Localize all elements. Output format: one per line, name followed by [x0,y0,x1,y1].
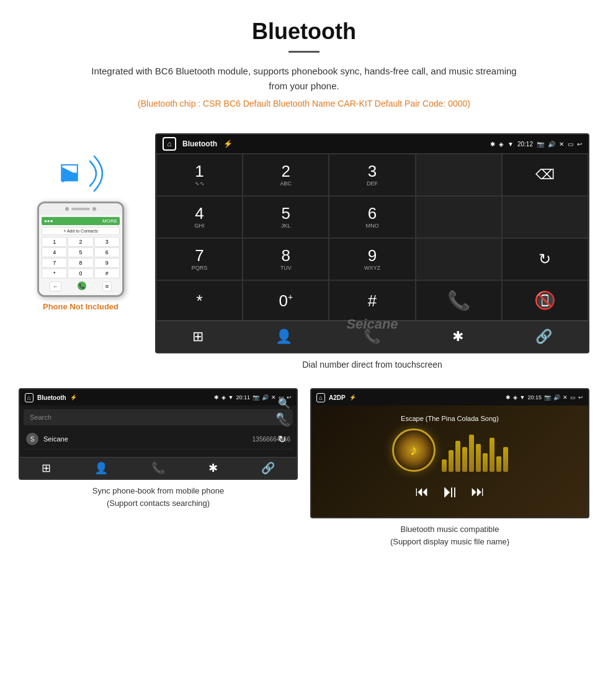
pb-nav-phone[interactable]: 📞 [151,461,165,475]
phone-key-6[interactable]: 6 [94,247,120,257]
phone-green-bar: ●●●MORE [42,217,120,225]
dial-key-3[interactable]: 3 DEF [329,154,415,196]
pb-refresh-btn[interactable]: ↻ [278,433,290,445]
music-controls: ⏮ ⏯ ⏭ [415,481,485,502]
phone-key-2[interactable]: 2 [68,237,93,247]
music-next-btn[interactable]: ⏭ [471,484,485,500]
pb-bt-icon: ✱ [214,394,219,401]
music-song-title: Escape (The Pina Colada Song) [401,415,499,422]
dial-call-red[interactable]: 📵 [502,280,588,321]
phonebook-bottom-nav: ⊞ 👤 📞 ✱ 🔗 [20,457,297,479]
phone-key-3[interactable]: 3 [94,237,120,247]
contact-row-0[interactable]: S Seicane 13566664466 [24,429,293,450]
bar-4 [462,447,467,472]
music-play-btn[interactable]: ⏯ [441,481,458,502]
pb-nav-bt[interactable]: ✱ [208,461,218,475]
music-prev-btn[interactable]: ⏮ [415,484,429,500]
phone-key-0[interactable]: 0 [68,268,93,278]
bluetooth-waves: ⬓ ▸ [50,146,112,195]
nav-phone-icon[interactable]: 📞 [356,326,388,347]
phone-call-button[interactable]: 📞 [78,281,86,290]
pb-nav-link[interactable]: 🔗 [261,461,275,475]
dial-key-0[interactable]: 0+ [243,280,329,321]
home-button[interactable]: ⌂ [163,137,176,151]
phone-key-back[interactable]: ← [50,281,61,291]
dial-key-1[interactable]: 1 ∿∿ [156,154,243,196]
dial-key-2[interactable]: 2 ABC [243,154,329,196]
phone-dot [65,207,69,211]
main-content: ⬓ ▸ ●●●MORE [0,127,608,388]
back-icon: ↩ [577,141,582,148]
pb-nav-keypad[interactable]: ⊞ [42,461,51,475]
music-caption-line1: Bluetooth music compatible [401,525,499,534]
dial-call-green[interactable]: 📞 [416,280,502,321]
pb-x: ✕ [271,394,276,401]
contact-initial-0: S [26,433,38,445]
phone-key-5[interactable]: 5 [68,247,93,257]
nav-bluetooth-icon[interactable]: ✱ [445,326,471,347]
phonebook-body: Search 🔍 S Seicane 13566664466 [20,405,297,453]
pb-search-btn[interactable]: 🔍 [278,397,290,409]
svg-text:▸: ▸ [62,155,78,190]
description-text: Integrated with BC6 Bluetooth module, su… [87,64,521,94]
music-vol: 🔊 [553,394,560,401]
dial-status-bar: ⌂ Bluetooth ⚡ ✱ ◈ ▼ 20:12 📷 🔊 ✕ ▭ ↩ [156,135,588,153]
time-display: 20:12 [517,141,533,148]
phone-screen: ●●●MORE + Add to Contacts 1 2 3 4 5 6 7 … [39,215,122,295]
music-bars [442,428,508,472]
dial-empty-3 [502,196,588,238]
phonebook-screen: ⌂ Bluetooth ⚡ ✱ ◈ ▼ 20:11 📷 🔊 ✕ ▭ ↩ [19,388,298,480]
music-status-bar: ⌂ A2DP ⚡ ✱ ◈ ▼ 20:15 📷 🔊 ✕ ▭ ↩ [311,389,588,405]
bar-5 [469,435,474,472]
search-bar[interactable]: Search 🔍 [24,409,293,425]
dial-key-9[interactable]: 9 WXYZ [329,238,415,280]
bar-1 [442,459,447,472]
bt-wave-svg: ▸ [56,149,112,198]
pb-nav-contacts[interactable]: 👤 [94,461,108,475]
phone-not-included-label: Phone Not Included [43,302,118,311]
music-home-btn[interactable]: ⌂ [316,393,325,402]
music-center: ♪ [392,428,508,472]
pb-call-btn[interactable]: 📞 [278,415,290,427]
dial-key-7[interactable]: 7 PQRS [156,238,243,280]
dial-key-6[interactable]: 6 MNO [329,196,415,238]
dial-key-4[interactable]: 4 GHI [156,196,243,238]
music-panel: ⌂ A2DP ⚡ ✱ ◈ ▼ 20:15 📷 🔊 ✕ ▭ ↩ [310,388,589,547]
album-art: ♪ [392,428,436,472]
phone-key-9[interactable]: 9 [94,258,120,268]
dial-key-8[interactable]: 8 TUV [243,238,329,280]
phone-key-8[interactable]: 8 [68,258,93,268]
dial-backspace[interactable]: ⌫ [502,154,588,196]
phone-key-hash[interactable]: # [94,268,120,278]
bottom-panels: ⌂ Bluetooth ⚡ ✱ ◈ ▼ 20:11 📷 🔊 ✕ ▭ ↩ [0,388,608,566]
phone-speaker [71,208,90,210]
nav-settings-icon[interactable]: 🔗 [528,326,560,347]
phone-key-1[interactable]: 1 [42,237,67,247]
dialpad-grid: 1 ∿∿ 2 ABC 3 DEF ⌫ 4 GHI [156,153,588,321]
search-placeholder: Search [30,414,276,421]
pb-cam: 📷 [253,394,259,401]
phone-add-contact: + Add to Contacts [42,227,120,235]
phone-key-7[interactable]: 7 [42,258,67,268]
nav-keypad-icon[interactable]: ⊞ [185,326,211,347]
specs-text: (Bluetooth chip : CSR BC6 Default Blueto… [12,99,596,109]
phone-key-4[interactable]: 4 [42,247,67,257]
phone-key-star[interactable]: * [42,268,67,278]
phonebook-home-btn[interactable]: ⌂ [25,393,34,402]
bar-2 [449,450,454,472]
usb-icon: ⚡ [223,140,233,148]
dial-key-hash[interactable]: # [329,280,415,321]
bar-7 [483,453,488,472]
nav-contacts-icon[interactable]: 👤 [268,326,300,347]
pb-caption-line1: Sync phone-book from mobile phone [92,486,224,495]
dial-key-star[interactable]: * [156,280,243,321]
music-wifi-icon: ▼ [520,394,525,401]
dial-key-5[interactable]: 5 JKL [243,196,329,238]
dial-screen-section: ⌂ Bluetooth ⚡ ✱ ◈ ▼ 20:12 📷 🔊 ✕ ▭ ↩ [155,133,589,382]
screen-title: Bluetooth [182,140,217,148]
phone-mock: ●●●MORE + Add to Contacts 1 2 3 4 5 6 7 … [37,202,124,297]
music-bt-icon: ✱ [506,394,511,401]
dial-refresh[interactable]: ↻ [502,238,588,280]
pb-vol: 🔊 [262,394,269,401]
phone-key-menu[interactable]: ≡ [102,281,112,291]
